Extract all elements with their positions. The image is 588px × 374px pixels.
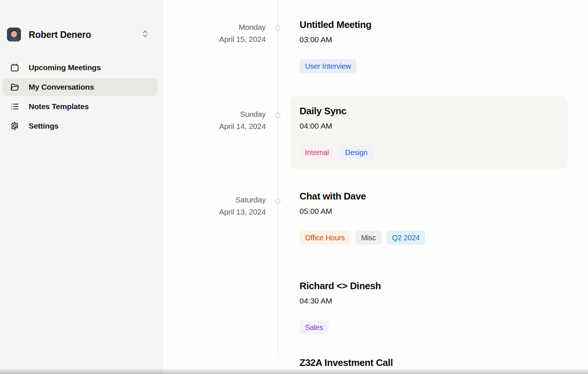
sidebar-item-label: Upcoming Meetings xyxy=(29,63,101,72)
timeline-dot xyxy=(275,198,280,204)
meeting-time: 04:30 AM xyxy=(300,296,381,305)
meeting-entry[interactable]: Z32A Investment Call xyxy=(300,357,393,368)
tag-chip[interactable]: Sales xyxy=(300,320,329,334)
meeting-tags: User Interview xyxy=(300,59,372,73)
sidebar-item-notes-templates[interactable]: Notes Templates xyxy=(3,98,157,115)
tag-chip[interactable]: Design xyxy=(340,145,373,159)
timeline-dot xyxy=(275,113,280,118)
profile-name: Robert Denero xyxy=(29,29,91,40)
timeline-date-label: April 14, 2024 xyxy=(174,120,266,132)
folder-icon xyxy=(10,82,19,92)
timeline-day-label: Sunday xyxy=(174,108,266,120)
meeting-entry[interactable]: Richard <> Dinesh 04:30 AM Sales xyxy=(300,280,381,334)
timeline-line xyxy=(277,0,278,366)
timeline-day-label: Monday xyxy=(174,21,266,33)
tag-chip[interactable]: Q2 2024 xyxy=(387,231,425,245)
meeting-tags: Sales xyxy=(300,320,381,334)
sidebar: Robert Denero Upcoming Meetings xyxy=(0,0,163,374)
meeting-title: Richard <> Dinesh xyxy=(300,280,381,292)
timeline-date: Monday April 15, 2024 xyxy=(174,21,266,45)
meeting-entry[interactable]: Untitled Meeting 03:00 AM User Interview xyxy=(300,19,372,73)
sidebar-nav: Upcoming Meetings My Conversations xyxy=(3,59,157,137)
timeline-date: Saturday April 13, 2024 xyxy=(174,194,266,218)
meeting-time: 04:00 AM xyxy=(300,122,373,130)
meeting-title: Z32A Investment Call xyxy=(300,357,393,368)
timeline-date-label: April 15, 2024 xyxy=(174,33,266,45)
meeting-title: Chat with Dave xyxy=(300,190,425,202)
sidebar-item-label: Settings xyxy=(29,122,58,130)
sidebar-item-settings[interactable]: Settings xyxy=(3,117,157,135)
sidebar-item-my-conversations[interactable]: My Conversations xyxy=(3,78,157,96)
sidebar-item-upcoming-meetings[interactable]: Upcoming Meetings xyxy=(3,59,157,76)
list-icon xyxy=(10,102,19,111)
profile-switcher[interactable]: Robert Denero xyxy=(7,28,155,42)
meetings-app: Robert Denero Upcoming Meetings xyxy=(0,0,588,374)
tag-chip[interactable]: Internal xyxy=(300,145,334,159)
meeting-time: 05:00 AM xyxy=(300,207,425,216)
sidebar-item-label: My Conversations xyxy=(29,83,94,91)
tag-chip[interactable]: Misc xyxy=(355,231,381,245)
meeting-time: 03:00 AM xyxy=(300,35,372,44)
timeline-date-label: April 13, 2024 xyxy=(174,206,266,218)
gear-icon xyxy=(10,121,19,131)
meeting-title: Untitled Meeting xyxy=(300,19,372,30)
tag-chip[interactable]: Office Hours xyxy=(300,231,350,245)
meeting-tags: Office Hours Misc Q2 2024 xyxy=(300,231,425,245)
calendar-icon xyxy=(10,63,19,72)
chevron-updown-icon xyxy=(141,30,149,39)
meeting-title: Daily Sync xyxy=(300,105,373,117)
timeline-date: Sunday April 14, 2024 xyxy=(174,108,266,132)
meeting-entry[interactable]: Daily Sync 04:00 AM Internal Design xyxy=(300,105,373,159)
timeline-day-label: Saturday xyxy=(174,194,266,206)
meeting-entry[interactable]: Chat with Dave 05:00 AM Office Hours Mis… xyxy=(300,190,425,245)
meeting-tags: Internal Design xyxy=(300,145,373,159)
tag-chip[interactable]: User Interview xyxy=(300,59,356,73)
avatar xyxy=(7,28,21,42)
sidebar-item-label: Notes Templates xyxy=(29,102,89,111)
timeline-dot xyxy=(275,26,280,31)
